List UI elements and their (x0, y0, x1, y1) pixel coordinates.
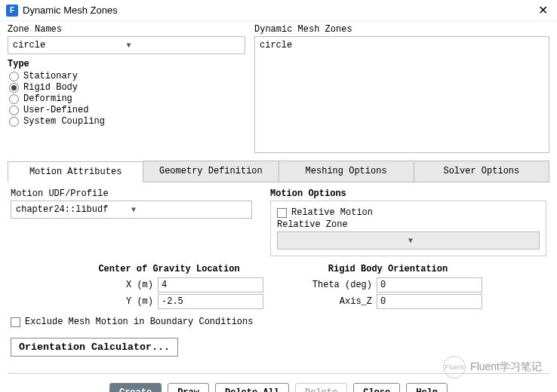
relative-zone-label: Relative Zone (277, 219, 540, 230)
radio-label: System Coupling (23, 116, 105, 127)
radio-icon (9, 94, 19, 104)
close-icon[interactable]: ✕ (535, 3, 551, 17)
type-radio-user-defined[interactable]: User-Defined (9, 105, 245, 115)
cog-heading: Center of Gravity Location (75, 264, 263, 274)
rbo-heading: Rigid Body Orientation (294, 264, 482, 274)
motion-udf-label: Motion UDF/Profile (11, 188, 252, 199)
cog-y-label: Y (m) (75, 296, 158, 307)
motion-udf-value: chapter24::libudf (16, 204, 131, 215)
radio-icon (9, 83, 19, 93)
zone-names-value: circle (13, 40, 127, 51)
checkbox-icon (277, 208, 287, 218)
orientation-calculator-button[interactable]: Orientation Calculator... (11, 338, 178, 357)
close-button[interactable]: Close (353, 383, 400, 392)
radio-label: Rigid Body (23, 82, 78, 93)
exclude-mesh-checkbox[interactable]: Exclude Mesh Motion in Boundary Conditio… (11, 317, 546, 327)
tab-meshing-options[interactable]: Meshing Options (279, 161, 414, 182)
relative-motion-label: Relative Motion (291, 207, 373, 218)
rbo-theta-label: Theta (deg) (294, 280, 377, 290)
type-radio-system-coupling[interactable]: System Coupling (9, 116, 245, 127)
chevron-down-icon: ▼ (127, 41, 241, 50)
watermark-text: Fluent学习笔记 (470, 360, 542, 374)
tab-motion-attributes[interactable]: Motion Attributes (8, 161, 143, 182)
radio-icon (9, 106, 19, 115)
type-radio-rigid-body[interactable]: Rigid Body (9, 82, 245, 93)
relative-zone-dropdown[interactable]: ▼ (277, 231, 540, 250)
zone-names-dropdown[interactable]: circle ▼ (8, 36, 245, 54)
chevron-down-icon: ▼ (131, 206, 247, 214)
type-radio-group: StationaryRigid BodyDeformingUser-Define… (9, 71, 245, 127)
zone-names-label: Zone Names (8, 24, 245, 35)
radio-icon (9, 117, 19, 127)
motion-udf-dropdown[interactable]: chapter24::libudf ▼ (11, 201, 252, 219)
chevron-down-icon: ▼ (408, 237, 534, 245)
radio-icon (9, 72, 19, 81)
watermark-icon: Fluent (443, 356, 466, 378)
rbo-theta-input[interactable] (377, 277, 482, 292)
delete-button: Delete (295, 383, 347, 392)
radio-label: Deforming (23, 93, 72, 104)
radio-label: Stationary (23, 71, 78, 81)
radio-label: User-Defined (23, 105, 88, 115)
window-title: Dynamic Mesh Zones (23, 5, 535, 16)
rbo-axis-input[interactable] (377, 294, 482, 309)
cog-y-input[interactable] (158, 294, 263, 309)
help-button[interactable]: Help (406, 383, 448, 392)
tab-geometry-definition[interactable]: Geometry Definition (143, 161, 278, 182)
exclude-mesh-label: Exclude Mesh Motion in Boundary Conditio… (25, 317, 253, 327)
list-item[interactable]: circle (260, 40, 544, 51)
checkbox-icon (11, 317, 20, 327)
app-icon: F (6, 5, 18, 17)
dmz-listbox[interactable]: circle (254, 36, 549, 153)
delete-all-button[interactable]: Delete All (215, 383, 289, 392)
tab-solver-options[interactable]: Solver Options (414, 161, 549, 182)
cog-x-input[interactable] (158, 277, 263, 292)
create-button[interactable]: Create (109, 383, 162, 392)
type-radio-deforming[interactable]: Deforming (9, 93, 245, 104)
tab-bar: Motion AttributesGeometry DefinitionMesh… (8, 161, 549, 182)
type-label: Type (8, 59, 245, 69)
dmz-list-label: Dynamic Mesh Zones (254, 24, 549, 35)
rbo-axis-label: Axis_Z (294, 296, 377, 307)
motion-options-label: Motion Options (270, 188, 546, 199)
type-radio-stationary[interactable]: Stationary (9, 71, 245, 81)
cog-x-label: X (m) (75, 280, 158, 290)
relative-motion-checkbox[interactable]: Relative Motion (277, 207, 540, 218)
watermark: Fluent Fluent学习笔记 (443, 356, 542, 378)
draw-button[interactable]: Draw (168, 383, 209, 392)
